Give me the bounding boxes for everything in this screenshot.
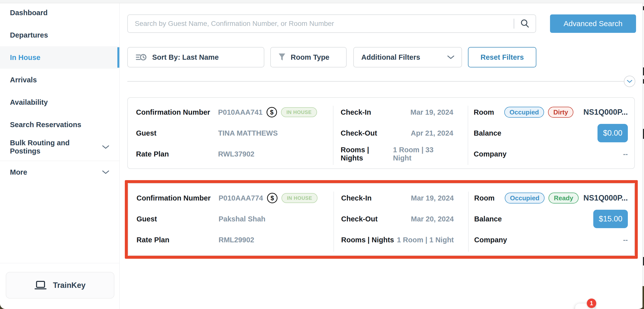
chevron-down-icon [102, 145, 110, 149]
occupied-status-pill: Occupied [505, 193, 544, 203]
funnel-icon [278, 53, 286, 62]
sort-by-button[interactable]: Sort By: Last Name [127, 47, 264, 67]
sidebar-item-search-reservations[interactable]: Search Reservations [0, 113, 119, 136]
room-type-label: Room Type [291, 53, 330, 62]
column-divider [333, 106, 334, 165]
dollar-circle-icon[interactable]: $ [266, 107, 277, 117]
balance-button[interactable]: $0.00 [598, 124, 628, 142]
dollar-circle-icon[interactable]: $ [267, 193, 278, 203]
sidebar-item-more[interactable]: More [0, 161, 119, 183]
rooms-nights-label: Rooms | Nights [341, 146, 393, 162]
search-input[interactable] [128, 15, 514, 32]
check-out-row: Check-Out Mar 20, 2024 [334, 208, 469, 229]
check-in-value: Mar 19, 2024 [410, 108, 453, 116]
collapse-list-button[interactable] [624, 76, 635, 87]
sidebar-footer-divider [0, 263, 119, 263]
background-window-sliver [642, 3, 644, 286]
guest-value: Pakshal Shah [218, 215, 266, 223]
guest-label: Guest [136, 129, 218, 137]
sidebar: Dashboard Departures In House Arrivals A… [0, 3, 120, 309]
additional-filters-label: Additional Filters [361, 53, 420, 62]
check-in-label: Check-In [341, 194, 372, 202]
column-divider [468, 106, 468, 165]
sort-by-label: Sort By: Last Name [152, 53, 219, 62]
sidebar-item-arrivals[interactable]: Arrivals [0, 69, 119, 91]
sidebar-nav: Dashboard Departures In House Arrivals A… [0, 2, 119, 183]
sidebar-item-label: Dashboard [10, 9, 48, 17]
background-window-fragment [643, 129, 644, 139]
chevron-down-icon [447, 55, 454, 60]
reset-filters-label: Reset Filters [480, 53, 524, 62]
check-out-label: Check-Out [341, 129, 377, 137]
sidebar-item-dashboard[interactable]: Dashboard [0, 2, 119, 24]
check-out-value: Apr 21, 2024 [411, 129, 453, 137]
trainkey-button[interactable]: TrainKey [6, 272, 114, 298]
balance-label: Balance [474, 215, 505, 223]
company-value: -- [623, 150, 628, 158]
reservation-card[interactable]: Confirmation Number P010AAA741 $ IN HOUS… [127, 97, 635, 169]
reset-filters-button[interactable]: Reset Filters [468, 47, 536, 67]
room-row: Room Occupied Dirty NS1Q000P... [468, 102, 634, 123]
balance-row: Balance $15.00 [469, 208, 634, 229]
company-label: Company [474, 236, 505, 244]
search-bar [127, 15, 536, 33]
background-window-fragment [643, 67, 644, 75]
check-in-value: Mar 19, 2024 [411, 194, 454, 202]
sidebar-item-bulk-routing[interactable]: Bulk Routing and Postings [0, 136, 119, 158]
room-row: Room Occupied Ready NS1Q000P... [469, 188, 634, 208]
background-window-fragment [643, 257, 644, 265]
room-type-filter-button[interactable]: Room Type [270, 47, 346, 67]
check-out-row: Check-Out Apr 21, 2024 [333, 123, 468, 144]
main-content: Advanced Search Sort By: Last Name Room … [120, 3, 644, 309]
chevron-down-icon [102, 170, 110, 174]
search-button[interactable] [514, 15, 536, 32]
rooms-nights-row: Rooms | Nights 1 Room | 1 Night [334, 229, 469, 250]
confirmation-row: Confirmation Number P010AAA774 $ IN HOUS… [128, 188, 334, 208]
search-icon [520, 19, 530, 29]
rate-plan-row: Rate Plan RML29902 [128, 229, 334, 250]
list-divider [127, 81, 626, 82]
check-in-row: Check-In Mar 19, 2024 [334, 188, 469, 208]
rooms-nights-label: Rooms | Nights [341, 236, 394, 244]
sidebar-item-label: In House [10, 54, 40, 62]
trainkey-label: TrainKey [53, 281, 86, 290]
chat-widget[interactable]: 1 [575, 298, 605, 309]
sidebar-item-departures[interactable]: Departures [0, 24, 119, 46]
highlight-ring: Confirmation Number P010AAA774 $ IN HOUS… [125, 180, 638, 259]
reservation-card[interactable]: Confirmation Number P010AAA774 $ IN HOUS… [128, 183, 635, 256]
app-window: Dashboard Departures In House Arrivals A… [0, 0, 644, 309]
rate-plan-value: RWL37902 [218, 150, 254, 158]
laptop-icon [34, 280, 46, 290]
rooms-nights-value: 1 Room | 33 Night [393, 146, 453, 162]
sidebar-item-label: More [10, 168, 27, 176]
room-label: Room [474, 194, 505, 202]
sidebar-item-in-house[interactable]: In House [0, 46, 119, 69]
additional-filters-button[interactable]: Additional Filters [353, 47, 462, 67]
company-row: Company -- [468, 144, 634, 164]
confirmation-label: Confirmation Number [136, 108, 218, 116]
rate-plan-row: Rate Plan RWL37902 [128, 144, 333, 164]
sidebar-item-label: Arrivals [10, 76, 37, 84]
confirmation-value: P010AAA774 [218, 194, 263, 202]
room-number-value: NS1Q000P... [583, 108, 628, 117]
check-out-value: Mar 20, 2024 [411, 215, 454, 223]
check-out-label: Check-Out [341, 215, 378, 223]
housekeeping-status-pill: Dirty [548, 107, 573, 118]
sidebar-item-availability[interactable]: Availability [0, 91, 119, 113]
desktop-background-edge [642, 286, 644, 309]
company-row: Company -- [469, 229, 634, 250]
rate-plan-label: Rate Plan [136, 150, 218, 158]
notification-badge: 1 [587, 298, 596, 308]
guest-label: Guest [136, 215, 218, 223]
room-number-value: NS1Q000P... [583, 194, 628, 202]
rate-plan-label: Rate Plan [136, 236, 218, 244]
balance-button[interactable]: $15.00 [593, 210, 628, 228]
rate-plan-value: RML29902 [218, 236, 254, 244]
background-window-fragment [643, 79, 644, 84]
confirmation-label: Confirmation Number [136, 194, 218, 202]
confirmation-row: Confirmation Number P010AAA741 $ IN HOUS… [128, 102, 333, 123]
advanced-search-button[interactable]: Advanced Search [550, 15, 636, 33]
in-house-status-badge: IN HOUSE [281, 107, 317, 117]
guest-value: TINA MATTHEWS [218, 129, 278, 137]
chevron-down-icon [627, 80, 632, 83]
